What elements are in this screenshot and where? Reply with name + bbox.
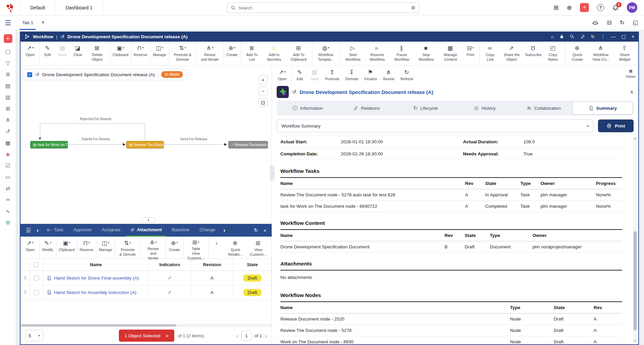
row-checkbox[interactable] [34, 276, 39, 281]
column-revision[interactable]: Revision [191, 259, 233, 270]
lock-icon[interactable] [559, 34, 564, 39]
modify-button[interactable]: ✎▾ Modify [39, 237, 55, 258]
sidebar-structures-icon[interactable]: ⋔ [0, 114, 16, 126]
collapse-panel-button[interactable]: ▾ [141, 217, 155, 223]
workflow-view-button[interactable]: ⋔ Workflow View Co... [589, 42, 613, 65]
object-link[interactable]: Hand Sketch for Drone Final assembly (A) [54, 276, 139, 281]
promote-demote-button[interactable]: ⇅▾ Promote & Demote [169, 42, 195, 65]
tab-history[interactable]: History [455, 102, 514, 114]
tab-1[interactable]: Tab 1 [16, 15, 39, 30]
user-avatar[interactable]: PM [627, 2, 637, 13]
clipboard-button[interactable]: ▣▾ Clipboard [56, 237, 76, 258]
collapse-up-icon[interactable]: ∧ [630, 89, 634, 95]
main-menu-icon[interactable]: ☰ [0, 19, 16, 27]
start-workflow-button[interactable]: ▷ Start Workflow [339, 42, 365, 65]
tab-relations[interactable]: Relations [337, 102, 396, 114]
notifications-bell-icon[interactable]: 1 [612, 4, 619, 11]
sidebar-workspaces-icon[interactable]: ▢ [0, 46, 16, 57]
page-size-select[interactable]: 5 ▾ [25, 330, 43, 341]
summary-type-select[interactable]: Workflow Summary ▾ [277, 119, 593, 132]
stop-workflow-button[interactable]: ■ Stop Workflow [414, 42, 438, 65]
pane-splitter-handle[interactable]: › [270, 166, 274, 181]
revise-button[interactable]: ⋔ Revise [380, 66, 398, 84]
overflow-button[interactable]: › [209, 237, 224, 258]
select-all-checkbox[interactable] [34, 262, 39, 267]
reserve-button[interactable]: ⊓▾ Reserve [77, 237, 95, 258]
clipboard-button[interactable]: ▣▾ Clipboard [110, 42, 130, 65]
resume-workflow-button[interactable]: ▹ Resume Workflow [365, 42, 389, 65]
maximize-icon[interactable]: ▢ [622, 34, 626, 39]
scroll-tabs-left-icon[interactable]: ‹ [34, 227, 41, 234]
tab-collaboration[interactable]: Collaboration [514, 102, 573, 114]
clear-button[interactable]: ◪ Clear [70, 42, 86, 65]
view-customization-button[interactable]: ⊞ View Customi... [247, 237, 270, 258]
quick-add-button[interactable]: + [580, 3, 589, 12]
pause-workflow-button[interactable]: ∥ Pause Workflow [389, 42, 414, 65]
open-button[interactable]: ↗▾ Open [22, 237, 38, 258]
subscribe-button[interactable]: Ω Subscribe [524, 42, 542, 65]
spreadsheet-export-icon[interactable]: ⊞ [554, 5, 559, 11]
edit-button[interactable]: ✎ Edit [39, 42, 55, 65]
scroll-up-icon[interactable]: ▲ [633, 137, 637, 140]
search-settings-icon[interactable]: ⚙ [411, 5, 415, 10]
share-object-button[interactable]: ⇗ Share the Object [499, 42, 524, 65]
create-button[interactable]: ⊕▾ Create [223, 42, 239, 65]
drag-handle[interactable]: ⠿ [20, 271, 30, 285]
object-checkbox[interactable]: ✓ [27, 72, 32, 77]
scroll-down-icon[interactable]: ▼ [633, 339, 637, 342]
quick-relation-button[interactable]: ⊕ Quick Relatio... [224, 237, 247, 258]
sidebar-exchange-icon[interactable]: ⇄ [0, 183, 16, 194]
rail-create-button[interactable]: + [4, 34, 12, 43]
workflow-node-task[interactable]: ▤ task for Work on Th [30, 141, 68, 148]
tab-attachment[interactable]: Attachment [126, 224, 166, 237]
sidebar-documents-icon[interactable]: ▤ [0, 80, 16, 91]
global-search[interactable]: ⚙ [227, 2, 419, 13]
drag-handle[interactable]: ⠿ [20, 285, 30, 299]
tab-change[interactable]: Change [195, 224, 220, 237]
sidebar-links-icon[interactable]: ∞ [0, 194, 16, 205]
object-link[interactable]: Hand Sketch for Assembly instruction (A) [54, 290, 136, 295]
zoom-in-button[interactable]: + [259, 75, 268, 84]
close-pane-icon[interactable]: × [263, 228, 266, 233]
tab-baseline[interactable]: Baseline [168, 224, 194, 237]
previous-page-icon[interactable]: ‹ [236, 333, 238, 339]
minimize-icon[interactable]: — [611, 34, 616, 39]
save-button[interactable]: ▤ Save [307, 66, 322, 84]
close-icon[interactable]: × [632, 34, 634, 39]
sidebar-notebooks-icon[interactable]: ▥ [0, 91, 16, 103]
reserve-button[interactable]: ⊓▾ Reserve [131, 42, 149, 65]
archive-drawer-icon[interactable]: ⊟ [607, 20, 611, 26]
add-to-favorites-button[interactable]: ☆ Add to favorites [262, 42, 286, 65]
promote-demote-button[interactable]: ⇅▾ Promote & Demote [115, 237, 139, 258]
row-checkbox[interactable] [34, 290, 39, 295]
create-button[interactable]: ⊕▾ Create [166, 237, 182, 258]
more-options-icon[interactable]: ⋮ [601, 34, 605, 39]
help-icon[interactable]: ? [597, 4, 604, 11]
tab-lifecycle[interactable]: ↻Lifecycle [396, 102, 455, 114]
search-input[interactable] [238, 5, 408, 10]
search-icon[interactable] [570, 34, 574, 39]
tab-workflow-task[interactable]: w - Task [42, 224, 67, 237]
views-button[interactable]: ▦ Views [626, 66, 636, 84]
workflow-node-review[interactable]: ▤ Review The Documen [126, 141, 164, 148]
tab-approver[interactable]: Approver [69, 224, 96, 237]
link-icon[interactable] [580, 34, 585, 39]
delete-object-button[interactable]: ⊠ Delete Object [86, 42, 109, 65]
copy-link-button[interactable]: ∞ Copy Link [479, 42, 499, 65]
refresh-button[interactable]: ↻ Refresh [398, 66, 417, 84]
table-row[interactable]: ⠿ Hand Sketch for Drone Final assembly (… [20, 271, 272, 285]
revise-iterate-button[interactable]: ⋔▾ Revise and Iterate [196, 42, 222, 65]
menu-default[interactable]: Default [20, 0, 55, 15]
manage-button[interactable]: ◫▾ Manage [150, 42, 168, 65]
manage-content-button[interactable]: ▦ Manage Content [438, 42, 463, 65]
add-to-clipboard-button[interactable]: ⊞ Add To Clipboard [286, 42, 311, 65]
tab-information[interactable]: ⓘInformation [278, 102, 337, 114]
edit-button[interactable]: ✎ Edit [291, 66, 307, 84]
promote-button[interactable]: ↥ Promote [322, 66, 342, 84]
refresh-icon[interactable]: ↻ [254, 227, 258, 233]
assistant-robot-icon[interactable] [592, 19, 599, 26]
workflow-template-button[interactable]: ◍▾ Workflow Templat... [312, 42, 338, 65]
clear-selection-icon[interactable]: × [166, 333, 169, 339]
app-logo[interactable] [0, 0, 20, 15]
scrollbar-thumb[interactable] [634, 231, 637, 331]
